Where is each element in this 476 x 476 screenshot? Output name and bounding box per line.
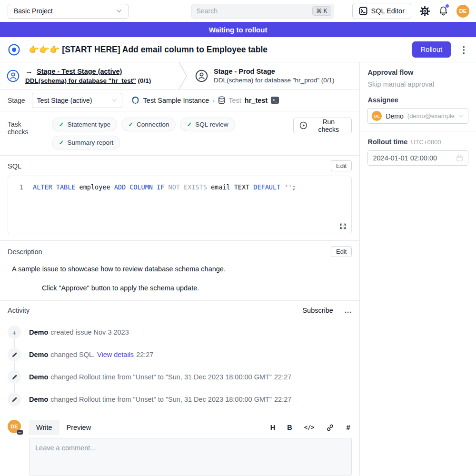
notification-dot [446, 4, 449, 8]
activity-item: Demo changed Rollout time from "Unset" t… [8, 370, 352, 384]
database-name[interactable]: hr_test [245, 97, 268, 104]
stage-subtitle: DDL(schema) for database "hr_test" [25, 77, 136, 84]
sql-code-line: 1 ALTER TABLE employee ADD COLUMN IF NOT… [15, 183, 345, 191]
sql-editor-button-label: SQL Editor [371, 7, 405, 15]
rollout-time-input[interactable]: 2024-01-01 02:00:00 [367, 150, 468, 166]
check-chip-summary-report[interactable]: ✓ Summary report [52, 136, 120, 149]
check-success-icon: ✓ [59, 121, 64, 128]
comment-input[interactable] [29, 438, 352, 476]
assignee-name: Demo [386, 112, 403, 120]
sql-code-block[interactable]: 1 ALTER TABLE employee ADD COLUMN IF NOT… [8, 176, 352, 234]
expand-fullscreen-icon[interactable] [339, 223, 347, 230]
pencil-icon [8, 370, 21, 384]
stage-progress: (0/1) [138, 77, 151, 84]
stage-flow: → Stage - Test Stage (active) DDL(schema… [0, 62, 359, 89]
issue-title-row: 👉👉👉 [START HERE] Add email column to Emp… [0, 37, 476, 62]
stage-assignee-icon [195, 69, 208, 82]
code-format-icon[interactable]: </> [304, 424, 315, 431]
user-avatar[interactable]: DE [456, 5, 469, 18]
settings-gear-icon[interactable] [419, 6, 430, 17]
stage-select[interactable]: Test Stage (active) [32, 93, 122, 108]
sql-editor-button[interactable]: SQL Editor [352, 3, 411, 19]
issue-sidebar: Approval flow Skip manual approval Assig… [359, 62, 476, 476]
issue-status-icon [8, 43, 20, 56]
description-section: Description Edit A sample issue to showc… [0, 241, 359, 301]
rollout-timezone: UTC+0800 [411, 139, 441, 146]
assignee-select[interactable]: DE Demo (demo@example [367, 108, 468, 124]
sql-edit-button[interactable]: Edit [331, 160, 352, 171]
active-stage-arrow-icon: → [25, 67, 33, 76]
assignee-label: Assignee [367, 96, 468, 104]
run-checks-button[interactable]: Run checks [293, 118, 352, 133]
database-icon [218, 96, 225, 104]
activity-item: + Demo created issue Nov 3 2023 [8, 326, 352, 339]
line-number: 1 [15, 183, 23, 191]
chevron-down-icon [111, 98, 117, 103]
task-check-chips: ✓ Statement type ✓ Connection ✓ SQL revi… [52, 118, 293, 149]
search-input[interactable] [197, 7, 313, 15]
search-shortcut-badge: ⌘ K [312, 6, 331, 16]
check-success-icon: ✓ [59, 139, 64, 146]
tab-preview[interactable]: Preview [60, 420, 99, 435]
open-sql-editor-icon[interactable]: >_ [271, 97, 279, 104]
terminal-icon [359, 7, 367, 15]
tab-write[interactable]: Write [29, 420, 60, 435]
description-section-title: Description [8, 248, 42, 256]
project-selector[interactable]: Basic Project [8, 4, 129, 19]
notifications-bell-icon[interactable] [438, 6, 448, 16]
link-format-icon[interactable] [326, 424, 334, 432]
check-chip-sql-review[interactable]: ✓ SQL review [180, 118, 235, 131]
postgresql-icon [131, 96, 140, 105]
task-checks-row: Task checks ✓ Statement type ✓ Connectio… [0, 111, 359, 156]
search-box: ⌘ K [191, 4, 334, 19]
pencil-icon [8, 393, 21, 406]
instance-name[interactable]: Test Sample Instance [143, 97, 209, 104]
run-circle-play-icon [299, 121, 307, 129]
stage-subtitle: DDL(schema) for database "hr_prod" (0/1) [214, 77, 334, 84]
stage-title: Stage - Prod Stage [214, 68, 334, 75]
check-success-icon: ✓ [128, 121, 133, 128]
sql-section-title: SQL [8, 162, 21, 170]
activity-list: + Demo created issue Nov 3 2023 Demo cha… [8, 326, 352, 406]
activity-more-menu-icon[interactable]: ... [345, 306, 352, 314]
rollout-button[interactable]: Rollout [412, 41, 451, 58]
check-chip-connection[interactable]: ✓ Connection [121, 118, 176, 131]
check-chip-statement-type[interactable]: ✓ Statement type [52, 118, 117, 131]
activity-connector [14, 361, 15, 370]
database-breadcrumb: Test Sample Instance › Test hr_test >_ [131, 96, 279, 105]
environment-name: Test [228, 97, 241, 104]
hash-format-icon[interactable]: # [346, 424, 350, 431]
comment-bubble-icon: ••• [17, 430, 23, 435]
heading-format-icon[interactable]: H [270, 424, 275, 431]
assignee-email: (demo@example [407, 112, 455, 119]
comment-user-avatar: DE ••• [8, 420, 21, 433]
stage-assignee-icon [7, 69, 20, 82]
issue-title: 👉👉👉 [START HERE] Add email column to Emp… [29, 45, 412, 55]
assignee-avatar: DE [372, 111, 382, 121]
issue-more-menu-icon[interactable]: ⋮ [459, 44, 468, 55]
activity-item: Demo changed Rollout time from "Unset" t… [8, 393, 352, 406]
view-details-link[interactable]: View details [97, 351, 134, 358]
task-checks-label: Task checks [8, 120, 43, 136]
activity-section: Activity Subscribe ... + Demo created is… [0, 301, 359, 406]
rollout-time-label: Rollout time [367, 138, 407, 146]
chevron-down-icon [458, 113, 464, 119]
activity-connector [14, 384, 15, 393]
approval-flow-value: Skip manual approval [367, 80, 468, 88]
bold-format-icon[interactable]: B [287, 424, 292, 431]
stage-label: Stage [8, 97, 25, 104]
subscribe-button[interactable]: Subscribe [302, 307, 333, 314]
sql-section: SQL Edit 1 ALTER TABLE employee ADD COLU… [0, 156, 359, 241]
description-edit-button[interactable]: Edit [331, 246, 352, 257]
check-success-icon: ✓ [187, 121, 192, 128]
project-selector-label: Basic Project [14, 7, 53, 15]
top-bar: Basic Project ⌘ K SQL Editor [0, 0, 476, 22]
sidebar-divider [360, 131, 476, 131]
stage-card-prod[interactable]: Stage - Prod Stage DDL(schema) for datab… [188, 68, 341, 84]
approval-flow-label: Approval flow [367, 69, 468, 76]
stage-selector-bar: Stage Test Stage (active) Test Sample In… [0, 89, 359, 111]
pencil-icon [8, 348, 21, 361]
chevron-down-icon [116, 8, 122, 14]
comment-editor: DE ••• Write Preview H B </> [0, 420, 359, 476]
stage-card-test[interactable]: → Stage - Test Stage (active) DDL(schema… [0, 67, 178, 84]
